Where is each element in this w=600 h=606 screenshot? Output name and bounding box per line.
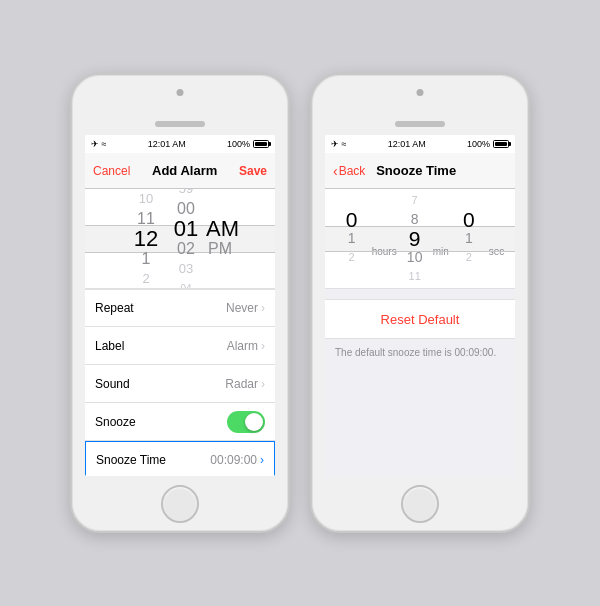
label-value: Alarm › — [227, 339, 265, 353]
nav-bar-1: Cancel Add Alarm Save — [85, 153, 275, 189]
snooze-min-selected: 9 — [409, 229, 421, 248]
back-button[interactable]: ‹ Back — [333, 164, 365, 178]
min-item-selected: 01 — [166, 219, 206, 239]
snooze-min-7: 7 — [412, 191, 418, 210]
reset-info: The default snooze time is 00:09:00. — [325, 339, 515, 366]
status-left-1: ✈ ≈ — [91, 139, 106, 149]
snooze-time-label: Snooze Time — [96, 453, 210, 467]
sec-label: sec — [487, 246, 507, 289]
label-chevron: › — [261, 339, 265, 353]
phone-1: ✈ ≈ 12:01 AM 100% Cancel Add Alarm Save … — [70, 73, 290, 533]
status-bar-2: ✈ ≈ 12:01 AM 100% — [325, 135, 515, 153]
settings-row-snooze-time[interactable]: Snooze Time 00:09:00 › — [85, 441, 275, 476]
min-item-5: 04 — [166, 279, 206, 290]
screen-2: ✈ ≈ 12:01 AM 100% ‹ Back Snooze Time — [325, 135, 515, 476]
snooze-sec-2: 2 — [466, 248, 472, 267]
settings-row-repeat[interactable]: Repeat Never › — [85, 289, 275, 327]
status-right-1: 100% — [227, 139, 269, 149]
airplane-icon-1: ✈ ≈ — [91, 139, 106, 149]
back-label: Back — [339, 164, 366, 178]
battery-icon-1 — [253, 140, 269, 148]
status-time-2: 12:01 AM — [388, 139, 426, 149]
hours-label: hours — [370, 246, 399, 289]
sound-label: Sound — [95, 377, 225, 391]
snooze-min-11: 11 — [409, 267, 421, 286]
phone-bottom-1 — [72, 476, 288, 531]
battery-icon-2 — [493, 140, 509, 148]
phone-bottom-2 — [312, 476, 528, 531]
settings-row-label[interactable]: Label Alarm › — [85, 327, 275, 365]
phone-top-1 — [72, 75, 288, 135]
phone-top-2 — [312, 75, 528, 135]
reset-btn-row[interactable]: Reset Default — [325, 299, 515, 339]
settings-row-sound[interactable]: Sound Radar › — [85, 365, 275, 403]
airplane-icon-2: ✈ ≈ — [331, 139, 346, 149]
hour-item-0: 10 — [126, 189, 166, 209]
status-left-2: ✈ ≈ — [331, 139, 346, 149]
battery-percent-1: 100% — [227, 139, 250, 149]
reset-section: Reset Default The default snooze time is… — [325, 289, 515, 476]
status-time-1: 12:01 AM — [148, 139, 186, 149]
phone-2: ✈ ≈ 12:01 AM 100% ‹ Back Snooze Time — [310, 73, 530, 533]
hour-item-3: 1 — [126, 249, 166, 269]
sound-value: Radar › — [225, 377, 265, 391]
snooze-toggle[interactable] — [227, 411, 265, 433]
min-label: min — [431, 246, 451, 289]
min-item-3: 02 — [166, 239, 206, 259]
home-button-1[interactable] — [161, 485, 199, 523]
nav-title-1: Add Alarm — [152, 163, 217, 178]
time-picker[interactable]: 10 11 12 1 2 59 00 01 02 03 04 — [85, 189, 275, 289]
snooze-min-10: 10 — [407, 248, 423, 267]
snooze-time-chevron: › — [260, 453, 264, 467]
nav-bar-2: ‹ Back Snooze Time — [325, 153, 515, 189]
home-button-2[interactable] — [401, 485, 439, 523]
battery-percent-2: 100% — [467, 139, 490, 149]
reset-button[interactable]: Reset Default — [381, 312, 460, 327]
status-bar-1: ✈ ≈ 12:01 AM 100% — [85, 135, 275, 153]
hour-item-selected: 12 — [126, 229, 166, 249]
picker-col-hour[interactable]: 10 11 12 1 2 — [126, 189, 166, 288]
snooze-col-hours[interactable]: 0 1 2 — [334, 189, 370, 289]
screen-1: ✈ ≈ 12:01 AM 100% Cancel Add Alarm Save … — [85, 135, 275, 476]
snooze-col-group: 0 1 2 hours 7 8 9 10 11 min — [334, 189, 507, 289]
cancel-button[interactable]: Cancel — [93, 164, 130, 178]
sound-chevron: › — [261, 377, 265, 391]
snooze-col-sec[interactable]: 0 1 2 — [451, 189, 487, 289]
snooze-picker[interactable]: 0 1 2 hours 7 8 9 10 11 min — [325, 189, 515, 289]
min-item-0: 59 — [166, 189, 206, 199]
status-right-2: 100% — [467, 139, 509, 149]
snooze-hour-2: 2 — [349, 248, 355, 267]
back-chevron-icon: ‹ — [333, 164, 338, 178]
snooze-hour-selected: 0 — [346, 210, 358, 229]
snooze-sec-1: 1 — [465, 229, 473, 248]
settings-list: Repeat Never › Label Alarm › Sound Radar… — [85, 289, 275, 476]
snooze-col-min[interactable]: 7 8 9 10 11 — [399, 189, 431, 289]
ampm-item-am: AM — [206, 219, 234, 239]
repeat-label: Repeat — [95, 301, 226, 315]
nav-title-2: Snooze Time — [376, 163, 456, 178]
toggle-knob — [245, 413, 263, 431]
snooze-time-value: 00:09:00 › — [210, 453, 264, 467]
hour-item-4: 2 — [126, 269, 166, 289]
picker-col-ampm[interactable]: AM PM — [206, 189, 234, 288]
snooze-sec-selected: 0 — [463, 210, 475, 229]
snooze-hour-1: 1 — [348, 229, 356, 248]
repeat-chevron: › — [261, 301, 265, 315]
settings-section: Repeat Never › Label Alarm › Sound Radar… — [85, 289, 275, 476]
label-label: Label — [95, 339, 227, 353]
ampm-item-pm: PM — [206, 239, 234, 259]
picker-columns: 10 11 12 1 2 59 00 01 02 03 04 — [126, 189, 234, 288]
repeat-value: Never › — [226, 301, 265, 315]
min-item-4: 03 — [166, 259, 206, 279]
camera-2 — [417, 89, 424, 96]
speaker-2 — [395, 121, 445, 127]
speaker-1 — [155, 121, 205, 127]
picker-col-min[interactable]: 59 00 01 02 03 04 — [166, 189, 206, 288]
settings-row-snooze[interactable]: Snooze — [85, 403, 275, 441]
camera-1 — [177, 89, 184, 96]
save-button[interactable]: Save — [239, 164, 267, 178]
snooze-label: Snooze — [95, 415, 227, 429]
